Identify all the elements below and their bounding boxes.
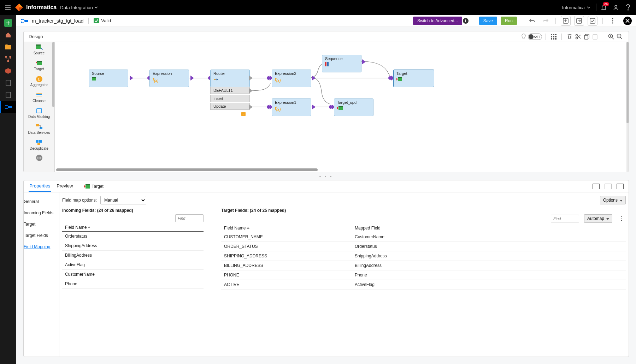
hdr-tool-2[interactable] bbox=[574, 16, 584, 26]
help-button[interactable] bbox=[622, 1, 634, 13]
org-switcher[interactable]: Informatica bbox=[562, 5, 590, 10]
layout-view-2[interactable] bbox=[605, 184, 612, 189]
rail-assets[interactable] bbox=[0, 65, 16, 77]
port-out[interactable] bbox=[312, 105, 316, 109]
rail-jobs-2[interactable] bbox=[0, 89, 16, 101]
rail-home[interactable] bbox=[0, 29, 16, 41]
router-collapse[interactable]: − bbox=[241, 112, 246, 116]
palette-scrollbar[interactable] bbox=[52, 42, 54, 107]
target-more-menu[interactable]: ⋮ bbox=[617, 215, 626, 222]
incoming-row[interactable]: ShippingAddress bbox=[62, 241, 204, 251]
node-expression[interactable]: Expression f(x) bbox=[149, 70, 189, 87]
rail-new[interactable] bbox=[0, 17, 16, 29]
canvas-vscrollbar[interactable] bbox=[626, 42, 629, 123]
pal-source[interactable]: Source bbox=[24, 42, 54, 58]
port-out[interactable] bbox=[249, 105, 253, 109]
pal-target[interactable]: Target bbox=[24, 58, 54, 74]
port-out[interactable] bbox=[130, 76, 133, 80]
incoming-grid[interactable]: OrderstatusShippingAddressBillingAddress… bbox=[62, 232, 204, 353]
side-field-mapping[interactable]: Field Mapping bbox=[24, 241, 59, 252]
node-expression2[interactable]: Expression2 f(x) bbox=[272, 70, 311, 87]
copy-button[interactable] bbox=[582, 32, 591, 41]
save-button[interactable]: Save bbox=[479, 17, 497, 25]
target-row[interactable]: BILLING_ADDRESSBillingAddress bbox=[221, 261, 626, 270]
user-button[interactable] bbox=[610, 1, 622, 13]
side-general[interactable]: General bbox=[24, 196, 59, 207]
notifications-button[interactable]: 26 bbox=[598, 1, 610, 13]
panel-resize-handle[interactable]: ● ● ● bbox=[23, 174, 629, 178]
incoming-row[interactable]: Orderstatus bbox=[62, 232, 204, 241]
router-group-update[interactable]: Update bbox=[210, 103, 250, 110]
th-mapped-field[interactable]: Mapped Field bbox=[355, 226, 381, 231]
port-out[interactable] bbox=[362, 59, 366, 64]
incoming-row[interactable]: BillingAddress bbox=[62, 251, 204, 260]
th-field-name-left[interactable]: Field Name bbox=[65, 225, 90, 230]
hdr-tool-1[interactable] bbox=[561, 16, 571, 26]
layout-view-3[interactable] bbox=[617, 184, 624, 189]
pal-datamasking[interactable]: Data Masking bbox=[24, 106, 54, 121]
side-incoming[interactable]: Incoming Fields bbox=[24, 207, 59, 219]
redo-button[interactable] bbox=[541, 16, 550, 26]
target-row[interactable]: CUSTOMER_NAMECustomerName bbox=[221, 232, 626, 242]
pal-cleanse[interactable]: Cleanse bbox=[24, 90, 54, 106]
th-field-name-right[interactable]: Field Name bbox=[224, 226, 355, 231]
layout-view-1[interactable] bbox=[593, 184, 600, 189]
rail-jobs[interactable] bbox=[0, 77, 16, 89]
cut-button[interactable] bbox=[574, 32, 582, 41]
router-group-insert[interactable]: Insert bbox=[210, 95, 250, 102]
incoming-row[interactable]: CustomerName bbox=[62, 270, 204, 279]
canvas-hscrollbar[interactable] bbox=[56, 168, 318, 171]
pal-deduplicate[interactable]: Deduplicate bbox=[24, 137, 54, 153]
pal-dataservices[interactable]: Data Services bbox=[24, 121, 54, 137]
incoming-row[interactable]: Phone bbox=[62, 279, 204, 289]
run-button[interactable]: Run bbox=[501, 17, 517, 25]
info-icon[interactable]: i bbox=[463, 18, 469, 24]
switch-advanced-button[interactable]: Switch to Advanced... bbox=[413, 17, 462, 25]
svg-rect-28 bbox=[551, 38, 552, 40]
toggle-off[interactable]: OFF bbox=[528, 34, 542, 40]
node-expression1[interactable]: Expression1 f(x) bbox=[272, 99, 311, 116]
incoming-row[interactable]: ActiveFlag bbox=[62, 260, 204, 270]
undo-button[interactable] bbox=[527, 16, 537, 26]
delete-button[interactable] bbox=[565, 32, 574, 41]
fmap-options-select[interactable]: Manual bbox=[100, 196, 146, 204]
port-out[interactable] bbox=[249, 88, 253, 93]
menu-toggle[interactable] bbox=[2, 2, 13, 13]
rail-mapping-active[interactable] bbox=[0, 101, 16, 113]
more-menu[interactable] bbox=[608, 16, 618, 26]
port-out[interactable] bbox=[190, 76, 194, 80]
tab-preview[interactable]: Preview bbox=[56, 180, 73, 192]
node-sequence[interactable]: Sequence bbox=[322, 55, 361, 72]
close-button[interactable] bbox=[623, 17, 632, 25]
port-out[interactable] bbox=[249, 76, 253, 80]
target-row[interactable]: ACTIVEActiveFlag bbox=[221, 280, 626, 290]
zoom-in-button[interactable] bbox=[607, 32, 615, 41]
product-switcher[interactable]: Data Integration bbox=[60, 5, 98, 10]
hint-toggle[interactable] bbox=[519, 32, 528, 41]
target-row[interactable]: PHONEPhone bbox=[221, 270, 626, 280]
port-out[interactable] bbox=[312, 76, 316, 80]
target-row[interactable]: ORDER_STATUSOrderstatus bbox=[221, 242, 626, 251]
automap-button[interactable]: Automap bbox=[584, 214, 612, 223]
router-group-default[interactable]: DEFAULT1 bbox=[210, 87, 250, 94]
find-incoming[interactable] bbox=[175, 214, 204, 222]
find-target[interactable] bbox=[551, 215, 579, 222]
pal-aggregator[interactable]: ΣAggregator bbox=[24, 74, 54, 90]
palette-more[interactable]: ••• bbox=[36, 155, 42, 161]
rail-explorer[interactable] bbox=[0, 41, 16, 53]
tab-properties[interactable]: Properties bbox=[29, 180, 51, 192]
target-grid[interactable]: CUSTOMER_NAMECustomerNameORDER_STATUSOrd… bbox=[221, 232, 626, 353]
design-canvas[interactable]: Source Expression f(x) bbox=[55, 42, 626, 172]
side-target[interactable]: Target bbox=[24, 219, 59, 230]
zoom-out-button[interactable] bbox=[615, 32, 624, 41]
hdr-validate[interactable] bbox=[588, 16, 597, 26]
node-source[interactable]: Source bbox=[89, 70, 128, 87]
options-button[interactable]: Options bbox=[600, 196, 626, 204]
rail-connections[interactable] bbox=[0, 53, 16, 65]
node-target-upd[interactable]: Target_upd bbox=[334, 99, 373, 116]
side-target-fields[interactable]: Target Fields bbox=[24, 230, 59, 241]
node-router[interactable]: Router bbox=[210, 70, 250, 87]
node-target[interactable]: Target bbox=[393, 70, 434, 87]
target-row[interactable]: SHIPPING_ADDRESSShippingAddress bbox=[221, 251, 626, 261]
grid-button[interactable] bbox=[549, 32, 558, 41]
